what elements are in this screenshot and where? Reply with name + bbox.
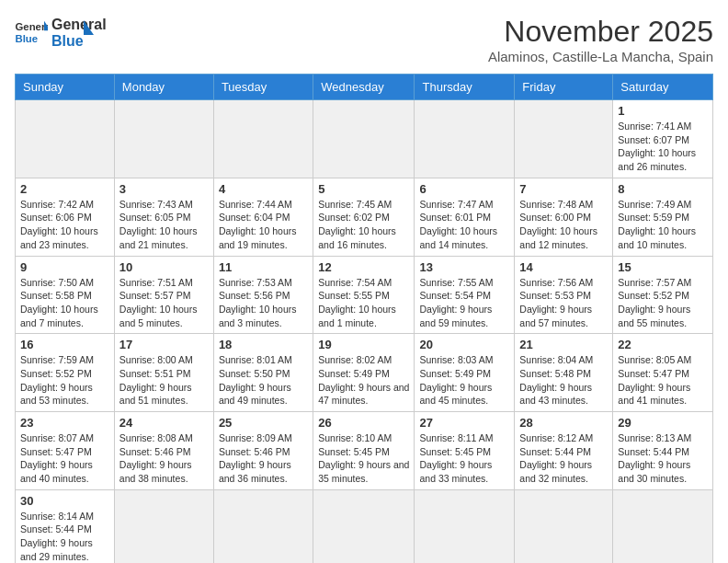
calendar-cell: 1Sunrise: 7:41 AM Sunset: 6:07 PM Daylig… [613,100,713,178]
day-info: Sunrise: 8:07 AM Sunset: 5:47 PM Dayligh… [20,431,109,486]
day-number: 8 [618,182,708,196]
calendar-cell: 16Sunrise: 7:59 AM Sunset: 5:52 PM Dayli… [16,334,115,412]
calendar-cell: 3Sunrise: 7:43 AM Sunset: 6:05 PM Daylig… [114,178,213,256]
calendar-cell: 30Sunrise: 8:14 AM Sunset: 5:44 PM Dayli… [16,489,115,563]
day-info: Sunrise: 7:57 AM Sunset: 5:52 PM Dayligh… [618,276,708,330]
day-info: Sunrise: 7:59 AM Sunset: 5:52 PM Dayligh… [20,353,109,408]
calendar-table: SundayMondayTuesdayWednesdayThursdayFrid… [15,74,713,563]
day-info: Sunrise: 8:05 AM Sunset: 5:47 PM Dayligh… [618,353,708,408]
svg-text:General: General [16,21,49,32]
day-info: Sunrise: 8:13 AM Sunset: 5:44 PM Dayligh… [618,431,708,486]
day-info: Sunrise: 7:49 AM Sunset: 5:59 PM Dayligh… [618,198,708,252]
title-area: November 2025 Alaminos, Castille-La Manc… [488,15,713,64]
day-info: Sunrise: 8:14 AM Sunset: 5:44 PM Dayligh… [20,510,109,563]
day-info: Sunrise: 7:48 AM Sunset: 6:00 PM Dayligh… [519,198,608,252]
calendar-cell: 9Sunrise: 7:50 AM Sunset: 5:58 PM Daylig… [16,256,115,334]
day-number: 2 [20,182,109,196]
calendar-cell [313,100,415,178]
calendar-cell: 27Sunrise: 8:11 AM Sunset: 5:45 PM Dayli… [415,412,515,490]
day-info: Sunrise: 8:09 AM Sunset: 5:46 PM Dayligh… [219,431,308,486]
calendar-cell: 21Sunrise: 8:04 AM Sunset: 5:48 PM Dayli… [515,334,613,412]
day-info: Sunrise: 7:42 AM Sunset: 6:06 PM Dayligh… [20,198,109,252]
calendar-cell [515,100,613,178]
month-title: November 2025 [488,15,713,49]
calendar-cell [213,100,313,178]
calendar-cell: 22Sunrise: 8:05 AM Sunset: 5:47 PM Dayli… [613,334,713,412]
calendar-cell: 7Sunrise: 7:48 AM Sunset: 6:00 PM Daylig… [515,178,613,256]
weekday-header-saturday: Saturday [613,75,713,100]
day-number: 13 [419,260,509,274]
day-number: 15 [618,260,708,274]
day-info: Sunrise: 7:55 AM Sunset: 5:54 PM Dayligh… [419,276,509,330]
weekday-header-monday: Monday [114,75,213,100]
day-info: Sunrise: 7:45 AM Sunset: 6:02 PM Dayligh… [318,198,409,252]
calendar-cell: 13Sunrise: 7:55 AM Sunset: 5:54 PM Dayli… [415,256,515,334]
calendar-cell: 11Sunrise: 7:53 AM Sunset: 5:56 PM Dayli… [213,256,313,334]
day-number: 22 [618,338,708,351]
calendar-cell: 5Sunrise: 7:45 AM Sunset: 6:02 PM Daylig… [313,178,415,256]
calendar-cell: 2Sunrise: 7:42 AM Sunset: 6:06 PM Daylig… [16,178,115,256]
calendar-cell [16,100,115,178]
day-number: 24 [119,416,209,430]
day-number: 9 [20,260,109,274]
calendar-cell: 6Sunrise: 7:47 AM Sunset: 6:01 PM Daylig… [415,178,515,256]
day-info: Sunrise: 8:10 AM Sunset: 5:45 PM Dayligh… [318,431,409,486]
calendar-cell: 4Sunrise: 7:44 AM Sunset: 6:04 PM Daylig… [213,178,313,256]
day-number: 26 [318,416,409,430]
day-number: 10 [119,260,209,274]
day-info: Sunrise: 8:02 AM Sunset: 5:49 PM Dayligh… [318,353,409,408]
weekday-header-friday: Friday [515,75,613,100]
day-number: 17 [119,338,209,351]
day-number: 30 [20,494,109,508]
calendar-cell [613,489,713,563]
calendar-cell [415,100,515,178]
calendar-week-row: 9Sunrise: 7:50 AM Sunset: 5:58 PM Daylig… [16,256,713,334]
day-info: Sunrise: 7:47 AM Sunset: 6:01 PM Dayligh… [419,198,509,252]
day-number: 11 [219,260,308,274]
calendar-cell: 20Sunrise: 8:03 AM Sunset: 5:49 PM Dayli… [415,334,515,412]
day-number: 28 [519,416,608,430]
calendar-cell: 25Sunrise: 8:09 AM Sunset: 5:46 PM Dayli… [213,412,313,490]
calendar-week-row: 1Sunrise: 7:41 AM Sunset: 6:07 PM Daylig… [16,100,713,178]
day-number: 21 [519,338,608,351]
svg-text:Blue: Blue [16,32,39,43]
day-number: 19 [318,338,409,351]
calendar-cell: 24Sunrise: 8:08 AM Sunset: 5:46 PM Dayli… [114,412,213,490]
calendar-week-row: 30Sunrise: 8:14 AM Sunset: 5:44 PM Dayli… [16,489,713,563]
weekday-header-wednesday: Wednesday [313,75,415,100]
calendar-cell: 29Sunrise: 8:13 AM Sunset: 5:44 PM Dayli… [613,412,713,490]
day-info: Sunrise: 8:04 AM Sunset: 5:48 PM Dayligh… [519,353,608,408]
calendar-cell: 23Sunrise: 8:07 AM Sunset: 5:47 PM Dayli… [16,412,115,490]
day-number: 18 [219,338,308,351]
calendar-cell [415,489,515,563]
header: General Blue General Blue November 2025 … [15,15,713,64]
calendar-cell [515,489,613,563]
day-number: 4 [219,182,308,196]
weekday-header-thursday: Thursday [415,75,515,100]
day-info: Sunrise: 8:00 AM Sunset: 5:51 PM Dayligh… [119,353,209,408]
location-subtitle: Alaminos, Castille-La Mancha, Spain [488,49,713,64]
day-info: Sunrise: 8:11 AM Sunset: 5:45 PM Dayligh… [419,431,509,486]
day-number: 6 [419,182,509,196]
calendar-cell: 19Sunrise: 8:02 AM Sunset: 5:49 PM Dayli… [313,334,415,412]
calendar-cell: 15Sunrise: 7:57 AM Sunset: 5:52 PM Dayli… [613,256,713,334]
day-info: Sunrise: 8:01 AM Sunset: 5:50 PM Dayligh… [219,353,308,408]
day-number: 14 [519,260,608,274]
day-number: 27 [419,416,509,430]
calendar-cell: 17Sunrise: 8:00 AM Sunset: 5:51 PM Dayli… [114,334,213,412]
day-number: 23 [20,416,109,430]
calendar-cell: 14Sunrise: 7:56 AM Sunset: 5:53 PM Dayli… [515,256,613,334]
day-info: Sunrise: 7:51 AM Sunset: 5:57 PM Dayligh… [119,276,209,330]
calendar-cell: 18Sunrise: 8:01 AM Sunset: 5:50 PM Dayli… [213,334,313,412]
logo: General Blue General Blue [15,15,94,49]
calendar-cell: 26Sunrise: 8:10 AM Sunset: 5:45 PM Dayli… [313,412,415,490]
logo-triangle-icon [74,18,94,39]
day-info: Sunrise: 7:44 AM Sunset: 6:04 PM Dayligh… [219,198,308,252]
calendar-cell [114,100,213,178]
calendar-cell: 10Sunrise: 7:51 AM Sunset: 5:57 PM Dayli… [114,256,213,334]
day-info: Sunrise: 7:54 AM Sunset: 5:55 PM Dayligh… [318,276,409,330]
day-number: 12 [318,260,409,274]
day-info: Sunrise: 8:12 AM Sunset: 5:44 PM Dayligh… [519,431,608,486]
calendar-cell [313,489,415,563]
day-number: 7 [519,182,608,196]
